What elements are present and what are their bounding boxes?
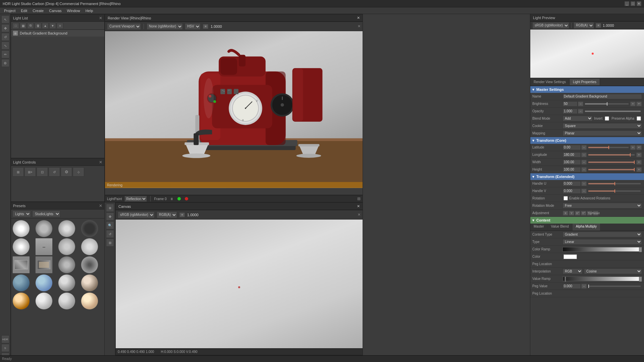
lc-btn-settings[interactable]: ⚙ xyxy=(61,167,72,177)
handle-v-slider[interactable] xyxy=(588,190,641,192)
canvas-profile-select[interactable]: sRGB (rgbMonitor) xyxy=(118,212,155,218)
preset-7[interactable] xyxy=(58,238,75,255)
handle-u-input[interactable] xyxy=(562,181,581,186)
preset-19[interactable] xyxy=(58,292,75,310)
menu-window[interactable]: Window xyxy=(64,8,83,13)
width-minus[interactable]: − xyxy=(581,160,587,165)
canvas-tool-2[interactable]: ✥ xyxy=(106,213,114,221)
preset-18[interactable] xyxy=(35,292,53,310)
rotation-checkbox[interactable] xyxy=(564,196,568,200)
transform-core-toggle[interactable]: ▾ xyxy=(532,138,534,143)
color-mode-select[interactable]: HSV xyxy=(185,23,201,30)
preset-2[interactable] xyxy=(35,220,53,237)
tab-light-properties[interactable]: Light Properties xyxy=(570,79,600,85)
brightness-minus[interactable]: − xyxy=(578,102,583,106)
mapping-select[interactable]: Planar xyxy=(562,130,642,136)
minimize-button[interactable]: _ xyxy=(625,1,629,6)
canvas-tool-4[interactable]: ↺ xyxy=(106,230,114,238)
canvas-image-area[interactable] xyxy=(116,220,363,355)
longitude-plus[interactable]: + xyxy=(636,153,642,157)
value-ramp-display[interactable] xyxy=(562,277,642,281)
preset-5[interactable] xyxy=(12,238,30,255)
section-master-toggle[interactable]: ▾ xyxy=(532,87,534,92)
peg-value-slider[interactable] xyxy=(588,286,641,287)
longitude-minus[interactable]: − xyxy=(581,153,587,157)
menu-canvas[interactable]: Canvas xyxy=(46,8,64,13)
color-swatch[interactable] xyxy=(564,254,577,259)
handle-v-minus[interactable]: − xyxy=(581,189,587,193)
handle-u-slider[interactable] xyxy=(588,183,641,184)
preset-14[interactable] xyxy=(35,274,53,292)
presets-library-select[interactable]: StudioLights xyxy=(32,210,60,217)
preset-6[interactable]: ▬ xyxy=(35,238,53,255)
menu-edit[interactable]: Edit xyxy=(18,8,30,13)
longitude-slider[interactable] xyxy=(588,154,635,156)
interp-right-select[interactable]: Cosine xyxy=(584,268,642,274)
light-controls-close[interactable]: ✕ xyxy=(99,160,102,165)
tool-scale[interactable]: ⤡ xyxy=(1,42,9,50)
tool-studio[interactable]: S xyxy=(1,344,9,352)
color-ramp-display[interactable] xyxy=(562,247,642,252)
color-profile-select[interactable]: None (rgbMonitor) xyxy=(147,23,183,30)
preset-15[interactable] xyxy=(58,274,75,292)
canvas-close[interactable]: ✕ xyxy=(357,204,360,208)
tool-move[interactable]: ✥ xyxy=(1,24,9,32)
canvas-tool-zoom[interactable]: 🔍 xyxy=(106,221,114,229)
preset-3[interactable] xyxy=(58,220,75,237)
name-value[interactable]: Default Gradient Background xyxy=(562,94,642,99)
maximize-button[interactable]: □ xyxy=(631,1,635,6)
canvas-close2[interactable]: ✕ xyxy=(358,213,361,217)
latitude-input[interactable] xyxy=(562,145,581,150)
presets-category-select[interactable]: Lights xyxy=(12,210,31,217)
canvas-tool-5[interactable]: ⊞ xyxy=(106,239,114,247)
light-list-close[interactable]: ✕ xyxy=(99,16,102,20)
preset-10[interactable] xyxy=(35,256,53,274)
rv-btn-1[interactable]: ☀ xyxy=(203,24,208,29)
lc-btn-rotate[interactable]: ↺ xyxy=(49,167,60,177)
presets-close[interactable]: ✕ xyxy=(99,203,102,208)
peg-value-minus[interactable]: − xyxy=(581,284,587,289)
type-select[interactable]: Linear xyxy=(562,239,642,245)
preview-sun-btn[interactable]: ☀ xyxy=(596,23,601,28)
latitude-reset[interactable]: ↩ xyxy=(636,145,642,150)
longitude-input[interactable] xyxy=(562,152,581,158)
tool-rotate[interactable]: ↺ xyxy=(1,33,9,41)
light-list-item[interactable]: ▦ Default Gradient Background xyxy=(11,30,104,37)
lc-btn-select[interactable]: ⊞ xyxy=(12,167,24,177)
preset-16[interactable] xyxy=(81,274,98,292)
ll-btn-add[interactable]: □ xyxy=(12,23,19,29)
tool-select[interactable]: ↖ xyxy=(1,15,9,23)
height-input[interactable] xyxy=(562,167,581,172)
interp-left-select[interactable]: RGB xyxy=(562,268,583,274)
cookie-select[interactable]: Square xyxy=(562,123,642,129)
lightpaint-mode-select[interactable]: Reflection xyxy=(124,196,147,202)
preset-4[interactable] xyxy=(81,220,98,237)
menu-help[interactable]: Help xyxy=(83,8,96,13)
adj-xd[interactable]: X° xyxy=(575,211,580,216)
tool-gear[interactable]: ⚙ xyxy=(1,59,9,67)
window-controls[interactable]: _ □ ✕ xyxy=(625,1,641,6)
brightness-input[interactable] xyxy=(562,101,578,107)
opacity-slider[interactable] xyxy=(585,111,641,112)
preset-20[interactable] xyxy=(81,292,98,310)
close-button[interactable]: ✕ xyxy=(637,1,641,6)
latitude-plus[interactable]: + xyxy=(630,145,636,150)
lp-expand-btn[interactable]: ⊞ xyxy=(357,196,361,201)
width-input[interactable] xyxy=(562,160,581,165)
brightness-plus[interactable]: + xyxy=(630,102,636,106)
rotation-mode-select[interactable]: Free xyxy=(562,203,642,208)
height-slider[interactable] xyxy=(588,169,635,170)
blend-mode-select[interactable]: Add xyxy=(562,116,593,121)
canvas-sun-btn[interactable]: ☀ xyxy=(179,213,185,217)
preview-mode-select[interactable]: RGB(A) xyxy=(574,22,594,29)
transform-ext-toggle[interactable]: ▾ xyxy=(532,175,534,179)
lc-btn-move[interactable]: ⊞+ xyxy=(24,167,36,177)
content-tab-value-blend[interactable]: Value Blend xyxy=(548,224,573,231)
preset-13[interactable] xyxy=(12,274,30,292)
latitude-minus[interactable]: − xyxy=(581,145,587,150)
width-slider[interactable] xyxy=(588,162,635,163)
preset-11[interactable] xyxy=(58,256,75,274)
canvas-tool-1[interactable]: ⊕ xyxy=(106,204,114,212)
pause-button[interactable]: ⏸ xyxy=(169,196,174,201)
rv-close2[interactable]: ✕ xyxy=(358,24,361,28)
